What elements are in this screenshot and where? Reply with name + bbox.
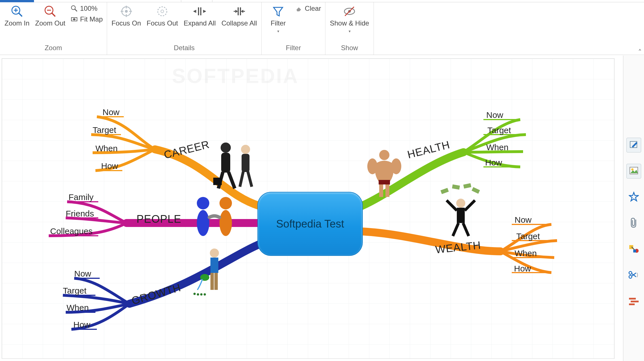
svg-rect-80 xyxy=(452,184,460,190)
side-image-button[interactable] xyxy=(626,164,641,179)
zoom-out-button[interactable]: Zoom Out xyxy=(33,4,67,28)
leaf-growth-2[interactable]: When xyxy=(67,303,89,313)
svg-rect-79 xyxy=(472,187,480,194)
leaf-career-3[interactable]: How xyxy=(101,161,118,171)
expand-all-icon xyxy=(193,5,206,18)
svg-point-56 xyxy=(219,210,232,236)
svg-point-65 xyxy=(204,293,206,296)
svg-point-11 xyxy=(125,10,128,13)
svg-point-53 xyxy=(197,197,209,209)
side-tag-button[interactable] xyxy=(626,242,641,257)
eraser-icon xyxy=(295,5,302,12)
svg-point-61 xyxy=(200,274,209,281)
focus-on-button[interactable]: Focus On xyxy=(110,4,143,28)
svg-line-8 xyxy=(75,9,77,11)
side-star-button[interactable] xyxy=(626,190,641,205)
svg-line-1 xyxy=(19,13,22,16)
svg-point-17 xyxy=(161,10,164,13)
image-icon xyxy=(629,166,639,177)
leaf-health-2[interactable]: When xyxy=(486,143,508,152)
svg-point-72 xyxy=(456,199,465,208)
leaf-health-1[interactable]: Target xyxy=(487,126,511,135)
fit-map-label: Fit Map xyxy=(80,15,103,23)
svg-rect-59 xyxy=(210,273,214,290)
branch-label-people[interactable]: PEOPLE xyxy=(137,213,181,225)
leaf-career-1[interactable]: Target xyxy=(93,125,116,135)
leaf-people-0[interactable]: Family xyxy=(69,192,93,202)
svg-point-54 xyxy=(197,210,209,236)
svg-rect-50 xyxy=(242,154,250,172)
mindmap-canvas[interactable]: SOFTPEDIA xyxy=(2,58,615,359)
clipart-career-people-icon xyxy=(212,138,260,195)
layout-icon xyxy=(628,297,639,306)
svg-line-52 xyxy=(248,171,252,187)
eye-slash-icon xyxy=(343,5,356,18)
leaf-career-2[interactable]: When xyxy=(95,144,118,153)
clear-filter-label: Clear xyxy=(305,5,321,12)
svg-rect-94 xyxy=(631,301,639,302)
zoom-level-value: 100% xyxy=(80,5,97,12)
ribbon-group-show: Show & Hide ▾ Show xyxy=(325,2,374,55)
expand-all-label: Expand All xyxy=(184,19,216,27)
svg-line-91 xyxy=(632,273,636,276)
svg-rect-95 xyxy=(629,303,635,305)
leaf-people-1[interactable]: Friends xyxy=(66,209,94,218)
zoom-in-label: Zoom In xyxy=(5,19,29,27)
ribbon-group-filter-label: Filter xyxy=(265,42,322,55)
svg-line-5 xyxy=(52,13,55,16)
clipart-health-muscle-icon xyxy=(362,146,407,203)
edit-icon xyxy=(629,140,639,150)
leaf-wealth-0[interactable]: Now xyxy=(515,215,532,225)
side-snip-button[interactable]: } xyxy=(626,268,641,283)
svg-rect-78 xyxy=(440,188,449,194)
leaf-growth-0[interactable]: Now xyxy=(74,269,91,279)
focus-out-icon xyxy=(156,5,169,18)
clipart-people-handshake-icon xyxy=(189,192,240,243)
leaf-career-0[interactable]: Now xyxy=(103,107,120,117)
svg-line-51 xyxy=(240,171,243,187)
svg-text:}: } xyxy=(637,272,638,277)
ribbon-group-details: Focus On Focus Out Expand All Collapse A… xyxy=(107,2,262,55)
svg-point-49 xyxy=(241,145,250,154)
leaf-wealth-3[interactable]: How xyxy=(514,264,531,273)
leaf-people-2[interactable]: Colleagues xyxy=(50,226,93,236)
focus-out-button[interactable]: Focus Out xyxy=(145,4,180,28)
svg-point-62 xyxy=(193,293,196,295)
svg-rect-71 xyxy=(379,180,390,184)
filter-label: Filter xyxy=(271,19,286,27)
side-layout-button[interactable] xyxy=(626,294,641,309)
star-icon xyxy=(629,192,639,203)
svg-point-84 xyxy=(631,168,634,171)
svg-point-68 xyxy=(391,158,401,174)
leaf-wealth-1[interactable]: Target xyxy=(516,232,540,241)
svg-point-66 xyxy=(379,150,389,160)
collapse-all-button[interactable]: Collapse All xyxy=(220,4,259,28)
ribbon-group-filter: Filter ▾ Clear Filter xyxy=(262,2,325,55)
leaf-health-0[interactable]: Now xyxy=(486,110,503,120)
zoom-level-button[interactable]: 100% xyxy=(69,4,104,13)
side-toolbar: } xyxy=(623,56,644,361)
collapse-all-label: Collapse All xyxy=(221,19,257,27)
expand-all-button[interactable]: Expand All xyxy=(182,4,217,28)
clear-filter-button[interactable]: Clear xyxy=(294,4,322,13)
side-edit-button[interactable] xyxy=(626,138,641,152)
svg-point-44 xyxy=(221,143,231,153)
tab-strip xyxy=(0,0,644,2)
svg-rect-73 xyxy=(457,208,465,223)
leaf-wealth-2[interactable]: When xyxy=(515,249,537,258)
side-attachment-button[interactable] xyxy=(626,216,641,231)
fit-map-button[interactable]: Fit Map xyxy=(69,15,104,24)
mindmap-center-label: Softpedia Test xyxy=(276,218,344,230)
zoom-out-icon xyxy=(44,5,56,18)
show-hide-button[interactable]: Show & Hide ▾ xyxy=(328,4,371,35)
leaf-health-3[interactable]: How xyxy=(485,158,502,167)
mindmap-center-node[interactable]: Softpedia Test xyxy=(257,192,363,256)
filter-button[interactable]: Filter ▾ xyxy=(265,4,292,35)
ribbon-group-zoom-label: Zoom xyxy=(3,42,104,55)
paperclip-icon xyxy=(629,217,639,230)
clipart-wealth-money-icon xyxy=(435,183,486,240)
leaf-growth-1[interactable]: Target xyxy=(63,286,86,296)
chevron-down-icon: ▾ xyxy=(277,29,279,33)
leaf-growth-3[interactable]: How xyxy=(73,320,90,330)
zoom-in-button[interactable]: Zoom In xyxy=(3,4,31,28)
